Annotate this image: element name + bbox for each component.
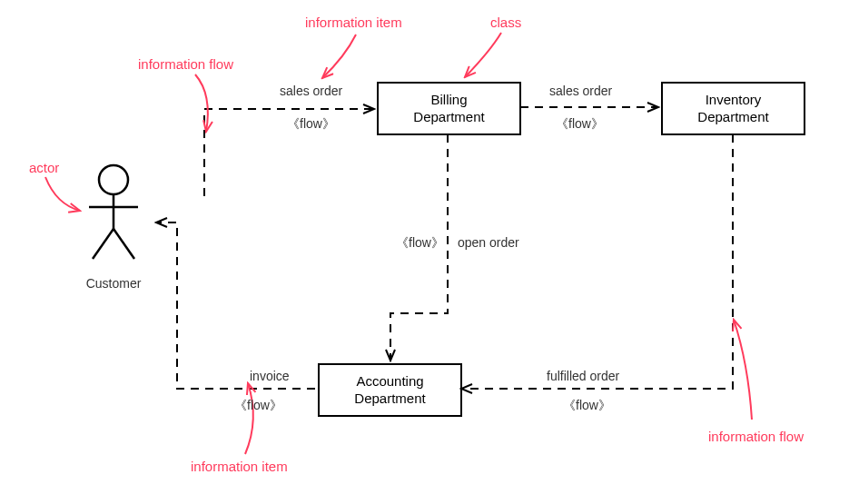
flow3-stereotype: 《flow》 [396,235,444,252]
svg-point-0 [99,165,128,194]
diagram-canvas: Customer Billing Department Inventory De… [0,0,849,504]
flow3-item: open order [458,235,519,250]
flow4-stereotype: 《flow》 [563,398,611,414]
flow5-stereotype: 《flow》 [234,398,282,414]
flow1-item: sales order [280,84,342,98]
flow-inventory-to-accounting [461,134,733,389]
ann-arrow-flow-left [195,74,208,132]
ann-arrow-flow-right [734,320,752,420]
ann-arrow-class [465,33,501,77]
class-billing-label: Billing Department [413,92,484,126]
ann-info-item-bottom: information item [191,459,288,474]
actor-label: Customer [82,276,145,291]
ann-info-item-top: information item [305,15,402,30]
class-billing: Billing Department [377,82,521,135]
flow1-stereotype: 《flow》 [287,116,335,133]
class-inventory: Inventory Department [661,82,805,135]
class-accounting: Accounting Department [318,363,462,417]
flow5-item: invoice [250,369,290,383]
flow2-stereotype: 《flow》 [556,116,604,133]
ann-actor: actor [29,160,59,175]
ann-info-flow-right: information flow [708,429,804,444]
class-inventory-label: Inventory Department [697,92,768,126]
ann-arrow-item-top [322,35,356,78]
flow4-item: fulfilled order [547,369,619,383]
ann-class: class [490,15,521,30]
actor-customer: Customer [82,163,145,291]
ann-info-flow-left: information flow [138,56,233,72]
svg-line-3 [93,229,114,259]
flow-accounting-to-customer [156,222,315,389]
class-accounting-label: Accounting Department [354,373,425,408]
flow2-item: sales order [549,84,612,98]
ann-arrow-actor [45,177,80,211]
svg-line-4 [114,229,134,259]
ann-arrow-item-bottom [245,383,253,454]
